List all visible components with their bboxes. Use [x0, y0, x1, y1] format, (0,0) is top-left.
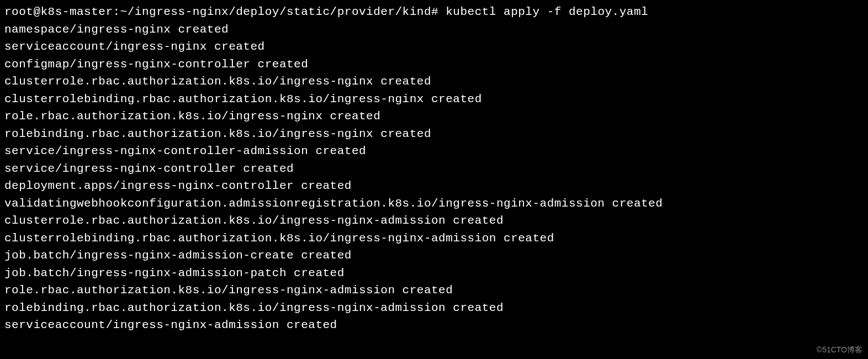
output-line: role.rbac.authorization.k8s.io/ingress-n… [4, 282, 864, 299]
output-line: validatingwebhookconfiguration.admission… [4, 195, 864, 213]
output-line: configmap/ingress-nginx-controller creat… [4, 56, 864, 73]
output-line: service/ingress-nginx-controller created [4, 160, 864, 178]
watermark-text: ©51CTO博客 [817, 344, 862, 356]
command-line: root@k8s-master:~/ingress-nginx/deploy/s… [4, 3, 864, 21]
output-line: clusterrole.rbac.authorization.k8s.io/in… [4, 73, 864, 91]
terminal-window[interactable]: root@k8s-master:~/ingress-nginx/deploy/s… [4, 3, 864, 334]
output-line: clusterrole.rbac.authorization.k8s.io/in… [4, 212, 864, 230]
output-line: service/ingress-nginx-controller-admissi… [4, 142, 864, 160]
output-line: namespace/ingress-nginx created [4, 21, 864, 39]
output-line: clusterrolebinding.rbac.authorization.k8… [4, 91, 864, 108]
shell-prompt: root@k8s-master:~/ingress-nginx/deploy/s… [4, 6, 446, 18]
shell-command: kubectl apply -f deploy.yaml [446, 6, 648, 18]
output-line: rolebinding.rbac.authorization.k8s.io/in… [4, 299, 864, 317]
output-line: role.rbac.authorization.k8s.io/ingress-n… [4, 108, 864, 125]
output-line: serviceaccount/ingress-nginx created [4, 38, 864, 56]
output-line: deployment.apps/ingress-nginx-controller… [4, 177, 864, 195]
output-line: serviceaccount/ingress-nginx-admission c… [4, 316, 864, 334]
output-line: clusterrolebinding.rbac.authorization.k8… [4, 230, 864, 247]
output-line: job.batch/ingress-nginx-admission-create… [4, 247, 864, 265]
output-line: job.batch/ingress-nginx-admission-patch … [4, 265, 864, 282]
output-line: rolebinding.rbac.authorization.k8s.io/in… [4, 125, 864, 143]
